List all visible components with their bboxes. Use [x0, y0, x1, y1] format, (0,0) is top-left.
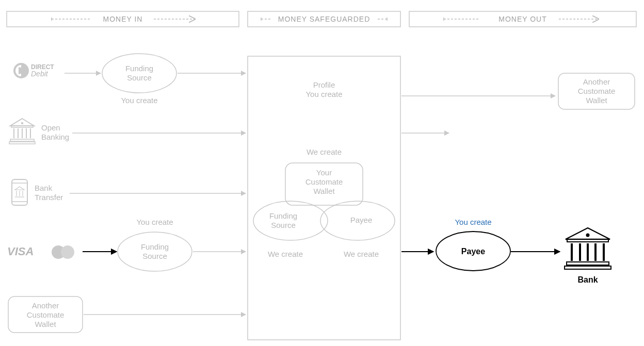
funding-source-cards-youcreate: You create	[136, 218, 173, 226]
we-create-right-label: We create	[344, 250, 379, 258]
another-wallet-left-line3: Wallet	[35, 320, 56, 328]
profile-box	[248, 56, 400, 340]
inner-funding-source-line2: Source	[271, 221, 296, 229]
funding-source-top-line1: Funding	[125, 64, 153, 73]
header-money-out-label: MONEY OUT	[498, 15, 547, 23]
funding-source-top-youcreate: You create	[121, 96, 157, 105]
profile-label: Profile	[313, 80, 335, 89]
funding-source-cards-line1: Funding	[141, 242, 169, 251]
another-wallet-left-line1: Another	[32, 301, 59, 310]
svg-point-14	[21, 122, 23, 124]
funding-source-top-line2: Source	[127, 73, 152, 82]
header-money-in: MONEY IN	[7, 11, 239, 27]
bank-transfer-line1: Bank	[35, 184, 53, 192]
another-wallet-right-line3: Wallet	[586, 96, 607, 105]
direct-debit-icon	[13, 63, 29, 78]
header-money-out: MONEY OUT	[409, 11, 636, 27]
another-wallet-left-line2: Customate	[27, 310, 65, 319]
bank-label: Bank	[577, 275, 598, 284]
header-money-in-label: MONEY IN	[103, 15, 143, 23]
your-wallet-line3: Wallet	[313, 187, 335, 195]
svg-rect-40	[565, 266, 611, 269]
bank-icon	[565, 228, 611, 269]
another-wallet-right-line2: Customate	[578, 87, 616, 95]
inner-payee-label: Payee	[350, 216, 373, 224]
svg-rect-33	[567, 239, 608, 242]
inner-funding-source-line1: Funding	[269, 211, 297, 220]
header-money-safeguarded: MONEY SAFEGUARDED	[248, 11, 400, 27]
svg-point-31	[61, 245, 74, 259]
payee-you-create-label: You create	[455, 218, 491, 226]
your-wallet-line2: Customate	[305, 177, 343, 186]
svg-rect-15	[11, 126, 33, 127]
header-money-safeguarded-label: MONEY SAFEGUARDED	[278, 15, 371, 23]
svg-rect-21	[10, 139, 34, 141]
svg-rect-22	[9, 142, 35, 144]
your-wallet-line1: Your	[316, 168, 332, 177]
mastercard-icon	[52, 245, 74, 259]
we-create-left-label: We create	[268, 250, 303, 258]
svg-rect-39	[567, 262, 609, 265]
another-wallet-right-line1: Another	[583, 77, 610, 86]
open-banking-line1: Open	[41, 123, 60, 132]
bank-transfer-line2: Transfer	[35, 193, 63, 202]
funding-source-cards-line2: Source	[142, 252, 167, 260]
direct-debit-label2: Debit	[31, 70, 49, 78]
bank-icon-open-banking	[9, 119, 35, 144]
open-banking-line2: Banking	[41, 133, 69, 141]
phone-icon-bank-transfer	[12, 179, 27, 205]
we-create-top-label: We create	[307, 147, 342, 156]
svg-point-32	[586, 234, 590, 237]
visa-logo: VISA	[7, 245, 34, 258]
profile-sub-label: You create	[305, 90, 342, 98]
payee-label: Payee	[461, 247, 485, 256]
